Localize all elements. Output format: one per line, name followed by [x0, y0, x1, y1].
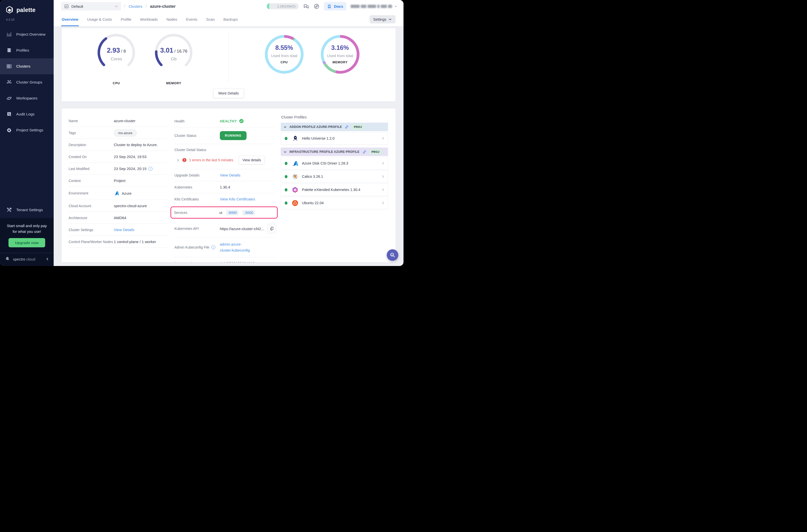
sidebar-item-clusters[interactable]: Clusters [0, 58, 54, 74]
more-details-button[interactable]: More Details [213, 89, 243, 98]
detail-label: K8s Certificates [175, 197, 220, 201]
status-dot-green [285, 137, 288, 140]
service-port-link[interactable]: :3000 [242, 210, 255, 215]
search-fab-button[interactable] [387, 249, 398, 261]
detail-label: Upgrade Details [175, 173, 220, 177]
tab-profile[interactable]: Profile [121, 13, 131, 26]
cluster-detail-status-block: Cluster Detail Status 1 errors in the la… [174, 144, 274, 169]
tab-list: OverviewUsage & CostsProfileWorkloadsNod… [62, 13, 238, 26]
link-icon[interactable] [345, 125, 349, 129]
sidebar-item-label: Project Overview [16, 32, 45, 37]
tag-chip: ms-azure [114, 129, 137, 137]
sidebar-item-profiles[interactable]: Profiles [0, 42, 54, 58]
detail-row-description: DescriptionCluster to deploy to Azure. [68, 139, 167, 151]
service-name: ui [219, 210, 222, 215]
feedback-chat-icon[interactable] [303, 3, 309, 10]
usage-meter-fill [267, 3, 269, 9]
detail-value: 23 Sep 2024, 20:15 [114, 167, 146, 171]
upgrade-details-link[interactable]: View Details [220, 173, 240, 177]
cluster-groups-nodes-icon [6, 79, 12, 85]
profile-layer-calico-3-26-1[interactable]: Calico 3.26.1 [281, 170, 388, 183]
upgrade-now-button[interactable]: Upgrade now [8, 238, 45, 247]
app-window: palette 4.4.19 Project Overview Profiles… [0, 0, 403, 266]
chevron-down-icon [388, 18, 392, 21]
sidebar: palette 4.4.19 Project Overview Profiles… [0, 0, 54, 266]
sidebar-collapse-chevron-icon[interactable] [46, 257, 49, 261]
explore-compass-icon[interactable] [313, 3, 320, 10]
service-port-link[interactable]: :8080 [226, 210, 239, 215]
detail-row-cluster-status: Cluster Status RUNNING [174, 127, 274, 144]
profile-layer-name: Ubuntu 22.04 [302, 201, 324, 205]
palette-logo-icon [5, 5, 14, 15]
usage-meter[interactable]: 1.29/100kCh [267, 3, 299, 9]
sidebar-item-label: Project Settings [16, 128, 43, 132]
tab-nodes[interactable]: Nodes [166, 13, 177, 26]
kubeconfig-download-link[interactable]: admin.azure- cluster.kubeconfig [220, 241, 250, 253]
chevron-down-icon [283, 126, 287, 129]
detail-row-context: ContextProject [68, 175, 167, 187]
detail-value: 23 Sep 2024, 19:53 [114, 155, 146, 159]
profile-layer-palette-extended-kubernetes-1-30-4[interactable]: Palette eXtended Kubernetes 1.30.4 [281, 184, 388, 196]
project-settings-gear-icon [6, 127, 12, 133]
k8s-certificates-link[interactable]: View K8s Certificates [220, 197, 255, 201]
tab-events[interactable]: Events [186, 13, 197, 26]
status-dot-green [285, 162, 288, 165]
profile-layer-azure-disk-csi-driver-1-28-3[interactable]: Azure Disk CSI Driver 1.28.3 [281, 157, 388, 170]
profile-group-header-addon[interactable]: ADDON PROFILE AZURE-PROFILE PROJ [281, 123, 388, 131]
chevron-down-icon [394, 5, 398, 8]
sidebar-item-tenant-settings[interactable]: Tenant Settings [0, 202, 54, 218]
info-icon[interactable] [212, 245, 215, 249]
metrics-row: 2.93 / 8Cores CPU 3.01 / 16.76Gb MEMORY … [62, 32, 396, 85]
detail-row-cluster-settings: Cluster SettingsView Details [68, 224, 167, 236]
kubernetes-api-url: https://azure-cluster-cf42... [220, 227, 264, 231]
user-account-menu[interactable] [351, 5, 398, 8]
tab-overview[interactable]: Overview [62, 13, 78, 26]
copy-button[interactable] [267, 224, 276, 233]
tab-workloads[interactable]: Workloads [140, 13, 158, 26]
error-summary-row: 1 errors in the last 5 minutes View deta… [175, 156, 274, 164]
tab-backups[interactable]: Backups [223, 13, 238, 26]
view-error-details-button[interactable]: View details [239, 156, 265, 164]
clusters-server-icon [6, 63, 12, 69]
topbar: Default / Clusters / azure-cluster 1.29/… [54, 0, 403, 13]
status-rows: Upgrade DetailsView DetailsKubernetes1.3… [174, 169, 274, 205]
sidebar-item-audit-logs[interactable]: Audit Logs [0, 106, 54, 122]
breadcrumb-current: azure-cluster [150, 4, 176, 9]
detail-label: Created On [69, 155, 114, 159]
chevron-right-icon [381, 188, 385, 191]
sidebar-item-workspaces[interactable]: Workspaces [0, 90, 54, 106]
book-icon [327, 4, 332, 9]
info-icon[interactable] [148, 167, 152, 171]
sidebar-item-cluster-groups[interactable]: Cluster Groups [0, 74, 54, 90]
detail-row-tags: Tagsms-azure [68, 127, 167, 139]
detail-value: 1.30.4 [220, 185, 230, 189]
metrics-card-footer: More Details [62, 89, 396, 98]
link-icon[interactable] [362, 150, 367, 154]
sidebar-footer: spectro cloud [0, 253, 54, 266]
tab-scan[interactable]: Scan [206, 13, 215, 26]
detail-row-agent-version: Agent version 4.4.9/20240912.1118 [174, 257, 274, 262]
sidebar-item-label: Profiles [16, 48, 29, 53]
breadcrumb-clusters-link[interactable]: Clusters [129, 4, 142, 8]
docs-button[interactable]: Docs [324, 2, 346, 11]
detail-label: Last Modified [69, 167, 114, 171]
running-status-badge: RUNNING [220, 131, 246, 140]
profile-layer-hello-universe-1-2-0[interactable]: Hello Universe 1.2.0 [281, 132, 388, 145]
project-selector-dropdown[interactable]: Default [61, 2, 121, 11]
profile-layer-name: Hello Universe 1.2.0 [302, 136, 335, 140]
search-icon [389, 252, 396, 258]
settings-button[interactable]: Settings [370, 15, 396, 23]
ubuntu-logo-icon [292, 200, 298, 206]
view-details-link[interactable]: View Details [114, 228, 134, 232]
profile-layer-ubuntu-22-04[interactable]: Ubuntu 22.04 [281, 197, 388, 209]
expand-chevron-icon[interactable] [177, 158, 180, 162]
brand-name: palette [17, 7, 35, 14]
project-selector-value: Default [71, 4, 83, 8]
audit-logs-icon [6, 111, 12, 117]
chevron-down-icon [283, 150, 287, 154]
profile-layer-name: Azure Disk CSI Driver 1.28.3 [302, 161, 348, 165]
profile-group-header-infrastructure[interactable]: INFRASTRUCTURE PROFILE AZURE-PROFILE PRO… [281, 148, 388, 156]
sidebar-item-project-overview[interactable]: Project Overview [0, 26, 54, 42]
tab-usage-costs[interactable]: Usage & Costs [87, 13, 112, 26]
sidebar-item-project-settings[interactable]: Project Settings [0, 122, 54, 138]
